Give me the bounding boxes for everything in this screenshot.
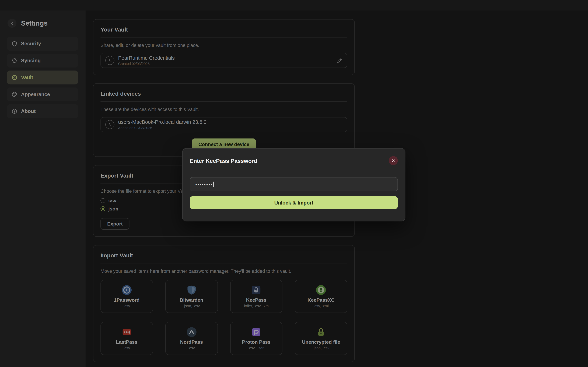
password-input[interactable]: •••••••• [190, 177, 398, 191]
close-button[interactable] [389, 156, 398, 165]
text-caret [213, 182, 214, 187]
unlock-import-button[interactable]: Unlock & Import [190, 196, 398, 209]
close-icon [392, 159, 395, 162]
keepass-password-modal: Enter KeePass Password •••••••• Unlock &… [182, 148, 405, 221]
modal-title: Enter KeePass Password [190, 158, 257, 164]
password-value: •••••••• [195, 182, 213, 186]
app-window: Settings Security Syncing [0, 0, 588, 367]
